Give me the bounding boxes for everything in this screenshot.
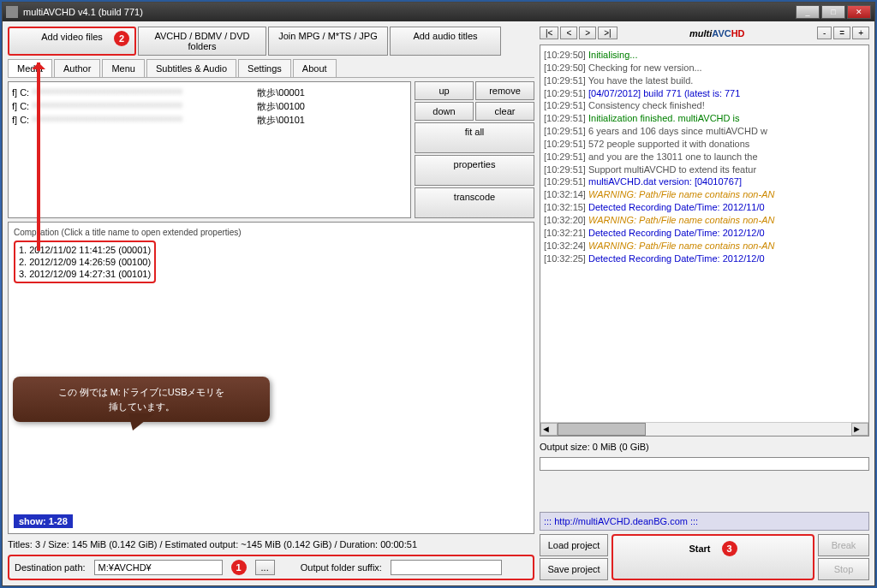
log-next-button[interactable]: > bbox=[579, 27, 596, 39]
app-icon bbox=[6, 6, 18, 18]
join-mpg-button[interactable]: Join MPG / M*TS / JPG bbox=[268, 27, 388, 56]
save-project-button[interactable]: Save project bbox=[540, 558, 608, 580]
logo: multiAVCHD bbox=[619, 28, 815, 39]
url-strip[interactable]: ::: http://multiAVCHD.deanBG.com ::: bbox=[540, 512, 869, 531]
font-minus-button[interactable]: - bbox=[817, 27, 832, 39]
log-first-button[interactable]: |< bbox=[540, 27, 558, 39]
output-size-label: Output size: 0 MiB (0 GiB) bbox=[540, 440, 869, 454]
compilation-item[interactable]: 3. 2012/12/09 14:27:31 (00101) bbox=[19, 268, 151, 280]
tab-author[interactable]: Author bbox=[54, 59, 100, 77]
file-row: f] C: xxxxxxxxxxxxxxxxxxxxxxxxxxxxxxxx 散… bbox=[12, 113, 407, 127]
log-last-button[interactable]: >| bbox=[598, 27, 617, 39]
app-window: multiAVCHD v4.1 (build 771) _ □ ✕ Add vi… bbox=[2, 2, 875, 586]
break-button[interactable]: Break bbox=[818, 534, 869, 556]
properties-button[interactable]: properties bbox=[415, 155, 534, 186]
minimize-button[interactable]: _ bbox=[796, 5, 820, 19]
add-video-label: Add video files bbox=[41, 32, 103, 42]
up-button[interactable]: up bbox=[415, 81, 474, 100]
tab-strip: Media Author Menu Subtitles & Audio Sett… bbox=[8, 59, 534, 78]
load-project-button[interactable]: Load project bbox=[540, 534, 608, 556]
compilation-item[interactable]: 2. 2012/12/09 14:26:59 (00100) bbox=[19, 256, 151, 268]
badge-2: 2 bbox=[114, 31, 129, 46]
add-audio-button[interactable]: Add audio titles bbox=[390, 27, 501, 56]
scroll-left-button[interactable]: ◄ bbox=[540, 423, 558, 436]
compilation-panel: Compilation (Click a title name to open … bbox=[8, 222, 534, 534]
stop-button[interactable]: Stop bbox=[818, 558, 869, 580]
destination-label: Destination path: bbox=[15, 562, 86, 573]
destination-path-input[interactable] bbox=[94, 560, 223, 575]
font-reset-button[interactable]: = bbox=[833, 27, 850, 39]
tab-about[interactable]: About bbox=[293, 59, 337, 77]
log-container[interactable]: [10:29:50] Initialising...[10:29:50] Che… bbox=[540, 45, 869, 437]
status-line: Titles: 3 / Size: 145 MiB (0.142 GiB) / … bbox=[8, 538, 534, 551]
title-bar[interactable]: multiAVCHD v4.1 (build 771) _ □ ✕ bbox=[3, 3, 874, 21]
avchd-folders-button[interactable]: AVCHD / BDMV / DVD folders bbox=[138, 27, 266, 56]
fit-all-button[interactable]: fit all bbox=[415, 122, 534, 153]
tab-settings[interactable]: Settings bbox=[238, 59, 291, 77]
output-suffix-input[interactable] bbox=[391, 560, 502, 575]
log-prev-button[interactable]: < bbox=[560, 27, 577, 39]
transcode-button[interactable]: transcode bbox=[415, 187, 534, 218]
log-scrollbar[interactable]: ◄ ► bbox=[540, 422, 868, 436]
file-row: f] C: xxxxxxxxxxxxxxxxxxxxxxxxxxxxxxxx 散… bbox=[12, 86, 407, 99]
suffix-label: Output folder suffix: bbox=[301, 562, 382, 573]
badge-3: 3 bbox=[722, 541, 737, 556]
hint-bubble: この 例では M:ドライブにUSBメモリを 挿しています。 bbox=[13, 377, 270, 422]
file-list[interactable]: f] C: xxxxxxxxxxxxxxxxxxxxxxxxxxxxxxxx 散… bbox=[8, 81, 411, 218]
font-plus-button[interactable]: + bbox=[852, 27, 869, 39]
scroll-thumb[interactable] bbox=[558, 423, 646, 436]
file-row: f] C: xxxxxxxxxxxxxxxxxxxxxxxxxxxxxxxx 散… bbox=[12, 99, 407, 113]
tab-subtitles[interactable]: Subtitles & Audio bbox=[146, 59, 236, 77]
start-label: Start bbox=[689, 543, 710, 554]
progress-bar bbox=[540, 457, 869, 471]
down-button[interactable]: down bbox=[415, 102, 474, 121]
compilation-legend: Compilation (Click a title name to open … bbox=[14, 228, 528, 237]
window-title: multiAVCHD v4.1 (build 771) bbox=[23, 7, 796, 17]
tab-media[interactable]: Media bbox=[8, 59, 52, 77]
add-video-files-button[interactable]: Add video files 2 bbox=[8, 27, 136, 56]
maximize-button[interactable]: □ bbox=[821, 5, 845, 19]
browse-button[interactable]: ... bbox=[255, 560, 275, 575]
scroll-right-button[interactable]: ► bbox=[851, 423, 868, 436]
remove-button[interactable]: remove bbox=[475, 81, 534, 100]
destination-area: Destination path: 1 ... Output folder su… bbox=[8, 555, 534, 580]
clear-button[interactable]: clear bbox=[475, 102, 534, 121]
tab-menu[interactable]: Menu bbox=[102, 59, 145, 77]
close-button[interactable]: ✕ bbox=[847, 5, 871, 19]
start-button[interactable]: Start 3 bbox=[612, 534, 814, 580]
show-strip[interactable]: show: 1-28 bbox=[14, 514, 73, 528]
badge-1: 1 bbox=[231, 560, 247, 575]
annotation-arrow bbox=[37, 62, 40, 251]
